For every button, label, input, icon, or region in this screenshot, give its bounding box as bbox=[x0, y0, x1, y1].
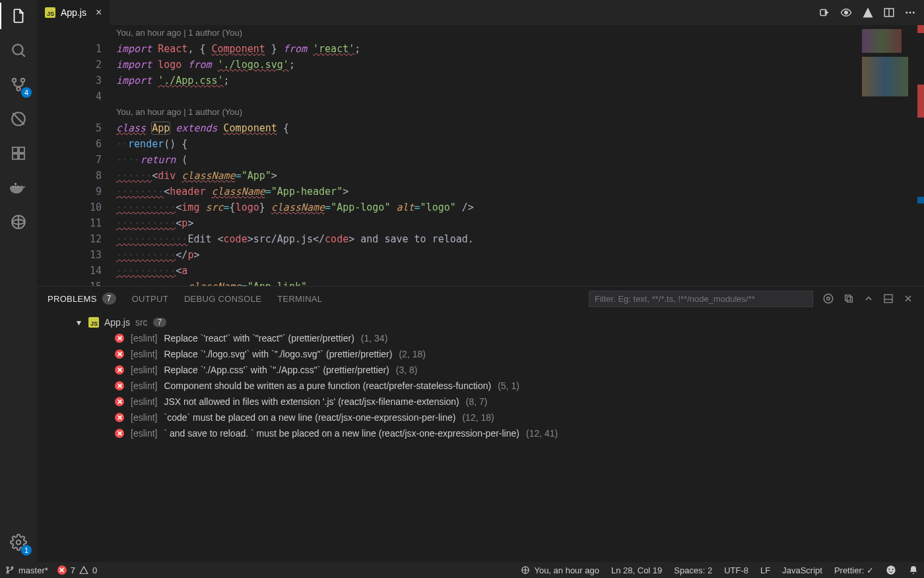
collapse-all-icon[interactable] bbox=[843, 293, 854, 304]
problem-message: Replace `'./logo.svg'` with `"./logo.svg… bbox=[164, 349, 392, 359]
feedback-icon[interactable] bbox=[886, 565, 896, 575]
split-editor-icon[interactable] bbox=[883, 7, 895, 18]
problems-list[interactable]: ▾ JS App.js src 7 ✕[eslint]Replace `'rea… bbox=[37, 310, 924, 562]
line-gutter: 1234 56789 101112131415 bbox=[37, 25, 116, 286]
error-icon: ✕ bbox=[115, 365, 124, 375]
problem-source: [eslint] bbox=[131, 428, 157, 439]
branch-label: master* bbox=[18, 565, 48, 575]
svg-point-20 bbox=[913, 12, 915, 14]
error-icon: ✕ bbox=[57, 565, 67, 575]
explorer-icon[interactable] bbox=[8, 5, 29, 26]
status-encoding[interactable]: UTF-8 bbox=[724, 565, 748, 575]
editor-group: JS App.js × 1234 56789 bbox=[37, 0, 924, 562]
tab-output[interactable]: Output bbox=[132, 294, 168, 304]
error-icon: ✕ bbox=[115, 381, 124, 390]
problem-item[interactable]: ✕[eslint]Replace `'./logo.svg'` with `".… bbox=[44, 346, 924, 362]
status-problems[interactable]: ✕ 7 0 bbox=[57, 565, 97, 575]
docker-icon[interactable] bbox=[8, 177, 29, 198]
maximize-panel-icon[interactable] bbox=[883, 293, 894, 304]
svg-rect-25 bbox=[884, 295, 892, 303]
svg-point-27 bbox=[11, 567, 13, 569]
code-editor[interactable]: 1234 56789 101112131415 You, an hour ago… bbox=[37, 25, 924, 286]
extensions-icon[interactable] bbox=[8, 143, 29, 164]
tab-debug-console[interactable]: Debug Console bbox=[184, 294, 261, 304]
filter-settings-icon[interactable] bbox=[822, 293, 834, 305]
svg-rect-6 bbox=[13, 154, 18, 159]
problem-location: (5, 1) bbox=[498, 380, 519, 391]
svg-point-18 bbox=[906, 12, 908, 14]
source-control-icon[interactable]: 4 bbox=[8, 74, 29, 95]
problem-location: (12, 18) bbox=[462, 412, 494, 423]
problem-item[interactable]: ✕[eslint]JSX not allowed in files with e… bbox=[44, 394, 924, 410]
problem-message: Component should be written as a pure fu… bbox=[164, 380, 491, 391]
settings-badge: 1 bbox=[21, 545, 32, 556]
more-icon[interactable] bbox=[904, 7, 916, 18]
tab-app-js[interactable]: JS App.js × bbox=[37, 0, 110, 25]
svg-point-30 bbox=[886, 565, 895, 574]
problems-filter-input[interactable] bbox=[589, 291, 813, 307]
problems-file-count: 7 bbox=[153, 318, 167, 327]
problems-file-row[interactable]: ▾ JS App.js src 7 bbox=[44, 314, 924, 330]
minimap[interactable] bbox=[858, 25, 924, 286]
problem-message: `code` must be placed on a new line (rea… bbox=[164, 412, 455, 423]
svg-rect-24 bbox=[847, 297, 852, 302]
tab-terminal[interactable]: Terminal bbox=[277, 294, 322, 304]
problem-item[interactable]: ✕[eslint]Component should be written as … bbox=[44, 378, 924, 394]
error-icon: ✕ bbox=[115, 429, 124, 438]
problem-source: [eslint] bbox=[131, 396, 157, 407]
error-icon: ✕ bbox=[115, 334, 124, 343]
svg-rect-7 bbox=[19, 154, 24, 159]
svg-rect-10 bbox=[15, 186, 16, 188]
status-eol[interactable]: LF bbox=[760, 565, 770, 575]
codelens[interactable]: You, an hour ago | 1 author (You) bbox=[116, 104, 924, 120]
svg-point-3 bbox=[16, 87, 20, 90]
problem-item[interactable]: ✕[eslint]`code` must be placed on a new … bbox=[44, 410, 924, 425]
tab-label: App.js bbox=[61, 7, 86, 18]
code-content[interactable]: You, an hour ago | 1 author (You) import… bbox=[116, 25, 924, 286]
activity-bar: 4 1 bbox=[0, 0, 37, 562]
status-prettier[interactable]: Prettier: ✓ bbox=[834, 565, 874, 575]
problem-source: [eslint] bbox=[131, 365, 157, 375]
svg-point-1 bbox=[13, 79, 16, 82]
svg-rect-23 bbox=[845, 295, 851, 301]
editor-title-actions bbox=[818, 0, 924, 25]
close-panel-icon[interactable] bbox=[903, 293, 913, 304]
problem-location: (1, 34) bbox=[361, 333, 387, 343]
error-icon: ✕ bbox=[115, 413, 124, 422]
search-icon[interactable] bbox=[8, 40, 29, 61]
editor-tabs: JS App.js × bbox=[37, 0, 924, 25]
settings-gear-icon[interactable]: 1 bbox=[8, 532, 29, 553]
chevron-up-icon[interactable] bbox=[863, 293, 874, 304]
problem-item[interactable]: ✕[eslint]` and save to reload. ` must be… bbox=[44, 425, 924, 441]
scm-badge: 4 bbox=[21, 87, 32, 98]
preview-icon[interactable] bbox=[840, 7, 853, 18]
close-tab-icon[interactable]: × bbox=[96, 7, 102, 18]
blame-label: You, an hour ago bbox=[534, 565, 599, 575]
svg-rect-5 bbox=[13, 147, 18, 153]
js-file-icon: JS bbox=[45, 7, 55, 18]
debug-icon[interactable] bbox=[8, 108, 29, 129]
nav-back-icon[interactable] bbox=[818, 7, 830, 18]
svg-point-32 bbox=[892, 569, 894, 570]
svg-point-31 bbox=[888, 569, 890, 570]
problem-item[interactable]: ✕[eslint]Replace `'react'` with `"react"… bbox=[44, 330, 924, 346]
problem-message: JSX not allowed in files with extension … bbox=[164, 396, 459, 407]
status-indent[interactable]: Spaces: 2 bbox=[674, 565, 712, 575]
diff-icon[interactable] bbox=[862, 7, 874, 18]
problem-message: Replace `'./App.css'` with `"./App.css"`… bbox=[164, 365, 389, 375]
svg-point-19 bbox=[909, 12, 911, 14]
bell-icon[interactable] bbox=[908, 565, 919, 575]
tab-problems[interactable]: Problems 7 bbox=[48, 293, 116, 305]
live-share-icon[interactable] bbox=[8, 211, 29, 233]
svg-rect-9 bbox=[12, 186, 14, 188]
status-language[interactable]: JavaScript bbox=[782, 565, 822, 575]
problem-item[interactable]: ✕[eslint]Replace `'./App.css'` with `"./… bbox=[44, 362, 924, 378]
status-cursor[interactable]: Ln 28, Col 19 bbox=[611, 565, 662, 575]
codelens[interactable]: You, an hour ago | 1 author (You) bbox=[116, 25, 924, 41]
error-count: 7 bbox=[71, 565, 75, 575]
status-blame[interactable]: You, an hour ago bbox=[521, 565, 599, 575]
problem-source: [eslint] bbox=[131, 412, 157, 423]
problems-file-dir: src bbox=[135, 317, 148, 328]
status-branch[interactable]: master* bbox=[5, 565, 48, 575]
svg-rect-8 bbox=[19, 147, 24, 153]
